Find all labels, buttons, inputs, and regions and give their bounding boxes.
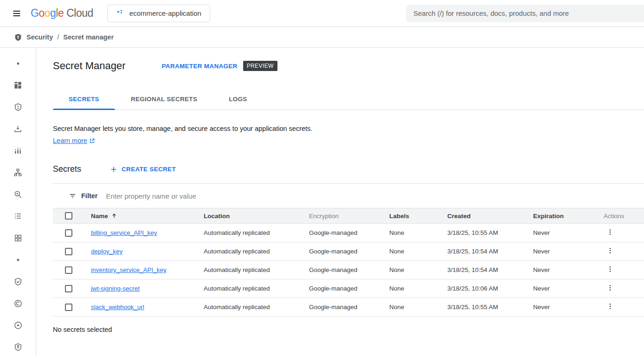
shield-alert-icon[interactable] (7, 96, 29, 118)
filter-icon (69, 192, 77, 200)
column-header-encryption[interactable]: Encryption (302, 208, 382, 224)
expiration-cell: Never (526, 224, 591, 242)
row-checkbox[interactable] (65, 248, 72, 255)
column-header-location[interactable]: Location (196, 208, 302, 224)
secret-name-link[interactable]: deploy_key (91, 248, 122, 255)
external-link-icon (89, 138, 95, 144)
table-row: jwt-signing-secretAutomatically replicat… (53, 279, 644, 298)
search-bar[interactable] (406, 5, 644, 22)
expiration-cell: Never (526, 298, 591, 317)
tab-secrets[interactable]: SECRETS (53, 89, 115, 110)
hierarchy-icon[interactable] (7, 162, 29, 183)
grid-icon[interactable] (7, 227, 29, 249)
create-secret-button[interactable]: CREATE SECRET (110, 166, 176, 173)
secrets-table-card: Filter NameLocationEncryptionLabelsCreat… (53, 183, 644, 317)
table-row: billing_service_API_keyAutomatically rep… (53, 224, 644, 242)
circle-c-icon[interactable] (7, 292, 29, 314)
column-header-name[interactable]: Name (84, 208, 196, 224)
selection-status: No secrets selected (53, 326, 644, 333)
secret-name-link[interactable]: inventory_service_API_key (91, 266, 167, 273)
breadcrumb-page: Secret manager (63, 33, 114, 41)
encryption-cell: Google-managed (302, 261, 382, 279)
location-cell: Automatically replicated (196, 242, 302, 261)
row-checkbox[interactable] (65, 229, 72, 237)
tabs: SECRETSREGIONAL SECRETSLOGS (53, 89, 644, 110)
secrets-table: NameLocationEncryptionLabelsCreatedExpir… (53, 208, 644, 317)
project-name: ecommerce-application (129, 9, 201, 17)
filter-button[interactable]: Filter (69, 192, 97, 200)
preview-badge: PREVIEW (243, 61, 277, 71)
expiration-cell: Never (526, 279, 591, 298)
dot-icon[interactable] (7, 52, 29, 74)
created-cell: 3/18/25, 10:54 AM (440, 261, 526, 279)
table-row: deploy_keyAutomatically replicatedGoogle… (53, 242, 644, 261)
parameter-manager-link[interactable]: PARAMETER MANAGER (162, 63, 238, 70)
dashboard-icon[interactable] (7, 74, 29, 96)
column-header-created[interactable]: Created (440, 208, 526, 224)
secret-name-link[interactable]: jwt-signing-secret (91, 285, 140, 292)
top-bar: Google Cloud ecommerce-application (0, 0, 644, 27)
breadcrumb-separator: / (57, 33, 59, 41)
list-icon[interactable] (7, 205, 29, 227)
labels-cell: None (382, 298, 440, 317)
cloud-logo-text: Cloud (66, 7, 93, 19)
encryption-cell: Google-managed (302, 298, 382, 317)
labels-cell: None (382, 242, 440, 261)
location-cell: Automatically replicated (196, 279, 302, 298)
learn-more-link[interactable]: Learn more (53, 137, 95, 144)
chart-icon[interactable] (7, 140, 29, 162)
tab-logs[interactable]: LOGS (213, 89, 263, 110)
dot-icon[interactable] (7, 249, 29, 271)
google-logo-text: Google (31, 7, 64, 19)
labels-cell: None (382, 224, 440, 242)
search-input[interactable] (413, 9, 637, 17)
secret-name-link[interactable]: billing_service_API_key (91, 229, 157, 236)
expiration-cell: Never (526, 261, 591, 279)
location-cell: Automatically replicated (196, 298, 302, 317)
row-actions-button[interactable] (604, 246, 617, 257)
filter-input[interactable] (106, 192, 644, 200)
breadcrumb-section[interactable]: Security (26, 33, 53, 41)
main-content: Secret Manager PARAMETER MANAGER PREVIEW… (36, 48, 644, 356)
row-checkbox[interactable] (65, 266, 72, 274)
created-cell: 3/18/25, 10:54 AM (440, 242, 526, 261)
table-row: slack_webhook_urlAutomatically replicate… (53, 298, 644, 317)
row-actions-button[interactable] (604, 283, 617, 294)
sort-ascending-icon (111, 213, 117, 219)
labels-cell: None (382, 279, 440, 298)
secret-name-link[interactable]: slack_webhook_url (91, 304, 144, 311)
plus-icon (110, 166, 117, 173)
labels-cell: None (382, 261, 440, 279)
menu-icon[interactable] (6, 2, 28, 25)
tab-regional-secrets[interactable]: REGIONAL SECRETS (115, 89, 213, 110)
shield-check-icon[interactable] (7, 271, 29, 292)
table-body: billing_service_API_keyAutomatically rep… (53, 224, 644, 317)
row-actions-button[interactable] (604, 265, 617, 275)
secrets-heading: Secrets (53, 164, 81, 174)
created-cell: 3/18/25, 10:55 AM (440, 224, 526, 242)
project-icon (116, 9, 124, 18)
created-cell: 3/18/25, 10:06 AM (440, 279, 526, 298)
column-header-actions: Actions (591, 208, 644, 224)
search-gear-icon[interactable] (7, 183, 29, 205)
project-selector[interactable]: ecommerce-application (107, 5, 210, 22)
sidebar (0, 48, 36, 356)
breadcrumb: Security / Secret manager (0, 27, 644, 48)
row-actions-button[interactable] (604, 302, 617, 312)
column-header-labels[interactable]: Labels (382, 208, 440, 224)
encryption-cell: Google-managed (302, 242, 382, 261)
tray-icon[interactable] (7, 118, 29, 140)
select-all-checkbox[interactable] (65, 212, 72, 220)
expiration-cell: Never (526, 242, 591, 261)
shield-key-icon[interactable] (7, 336, 29, 356)
created-cell: 3/18/25, 10:55 AM (440, 298, 526, 317)
circle-dot-icon[interactable] (7, 314, 29, 336)
location-cell: Automatically replicated (196, 261, 302, 279)
encryption-cell: Google-managed (302, 279, 382, 298)
page-title: Secret Manager (53, 60, 126, 72)
column-header-expiration[interactable]: Expiration (526, 208, 591, 224)
row-checkbox[interactable] (65, 304, 72, 311)
row-actions-button[interactable] (604, 227, 617, 238)
page-description: Secret Manager lets you store, manage, a… (53, 124, 644, 134)
row-checkbox[interactable] (65, 285, 72, 292)
